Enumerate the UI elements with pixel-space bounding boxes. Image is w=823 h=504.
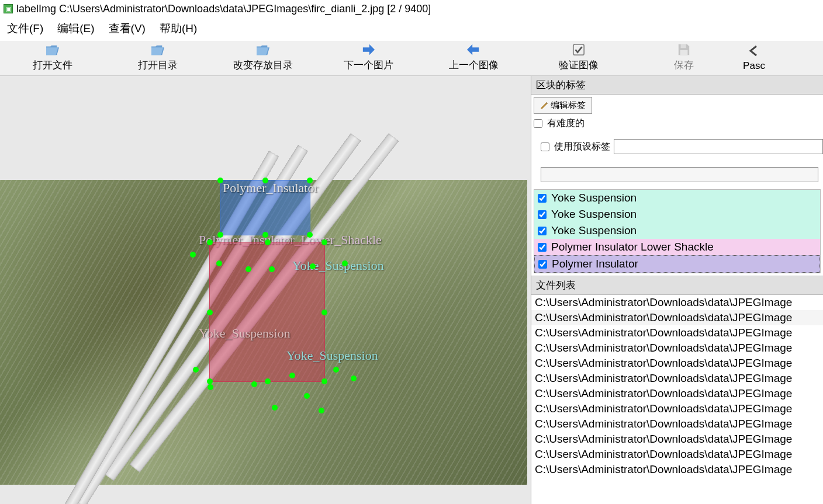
menu-view[interactable]: 查看(V)	[102, 19, 153, 40]
svg-rect-2	[680, 50, 688, 55]
label-row[interactable]: Yoke Suspension	[534, 223, 820, 239]
app-icon: ▣	[4, 4, 13, 13]
toolbar: 打开文件 打开目录 改变存放目录 下一个图片 上一个图像 验证图像 保存 Pas…	[0, 41, 823, 76]
svg-rect-0	[573, 44, 584, 55]
menubar: 文件(F) 编辑(E) 查看(V) 帮助(H)	[0, 18, 823, 41]
bbox-yoke-suspension-2[interactable]: Yoke_Suspension	[193, 255, 345, 287]
preset-label-input[interactable]	[614, 139, 823, 154]
file-row[interactable]: C:\Users\Administrator\Downloads\data\JP…	[531, 462, 823, 477]
verify-image-label: 验证图像	[559, 58, 599, 72]
label-name: Polymer Insulator	[552, 258, 638, 270]
open-dir-label: 打开目录	[138, 58, 178, 72]
bbox-polymer-insulator[interactable]: Polymer_Insulator	[220, 180, 310, 235]
open-dir-button[interactable]: 打开目录	[105, 41, 210, 75]
file-path: C:\Users\Administrator\Downloads\data\JP…	[59, 3, 431, 15]
file-row[interactable]: C:\Users\Administrator\Downloads\data\JP…	[531, 340, 823, 356]
arrow-left-icon	[465, 43, 482, 56]
next-image-button[interactable]: 下一个图片	[316, 41, 421, 75]
prev-image-label: 上一个图像	[449, 58, 499, 72]
folder-icon	[150, 43, 166, 56]
label-row[interactable]: Polymer Insulator	[534, 255, 820, 273]
menu-help[interactable]: 帮助(H)	[153, 19, 204, 40]
label-checkbox[interactable]	[538, 243, 547, 252]
folder-open-icon	[44, 43, 61, 56]
label-name: Yoke Suspension	[551, 192, 637, 204]
file-list[interactable]: C:\Users\Administrator\Downloads\data\JP…	[531, 295, 823, 477]
label-name: Polymer Insulator Lower Shackle	[551, 241, 714, 253]
label-row[interactable]: Yoke Suspension	[534, 190, 820, 206]
difficult-checkbox[interactable]	[534, 119, 542, 128]
label-checkbox[interactable]	[538, 210, 547, 219]
menu-edit[interactable]: 编辑(E)	[50, 19, 101, 40]
file-row[interactable]: C:\Users\Administrator\Downloads\data\JP…	[531, 371, 823, 386]
content-area: Polymer_Insulator Polymer_Insulator_Lowe…	[0, 76, 823, 504]
bbox-label-yoke-2: Yoke_Suspension	[292, 258, 384, 273]
app-name: labelImg	[16, 3, 56, 15]
format-button[interactable]: Pasc	[736, 41, 772, 75]
file-row[interactable]: C:\Users\Administrator\Downloads\data\JP…	[531, 432, 823, 447]
file-row[interactable]: C:\Users\Administrator\Downloads\data\JP…	[531, 325, 823, 340]
edit-label-button[interactable]: 编辑标签	[534, 97, 592, 114]
edit-label-text: 编辑标签	[551, 100, 586, 111]
chevron-left-icon	[746, 44, 762, 58]
open-file-label: 打开文件	[33, 58, 72, 72]
file-row[interactable]: C:\Users\Administrator\Downloads\data\JP…	[531, 416, 823, 432]
difficult-label: 有难度的	[547, 117, 585, 130]
menu-file[interactable]: 文件(F)	[0, 19, 50, 40]
file-row[interactable]: C:\Users\Administrator\Downloads\data\JP…	[531, 310, 823, 325]
use-preset-label: 使用预设标签	[554, 141, 610, 153]
label-row[interactable]: Polymer Insulator Lower Shackle	[534, 239, 820, 255]
file-row[interactable]: C:\Users\Administrator\Downloads\data\JP…	[531, 401, 823, 416]
label-checkbox[interactable]	[538, 194, 547, 203]
next-image-label: 下一个图片	[344, 58, 393, 72]
box-labels-title: 区块的标签	[531, 76, 823, 95]
folder-save-icon	[255, 43, 271, 56]
bbox-label-yoke-1: Yoke_Suspension	[199, 326, 291, 341]
label-row[interactable]: Yoke Suspension	[534, 206, 820, 223]
bbox-label-yoke-3: Yoke_Suspension	[286, 348, 378, 363]
label-name: Yoke Suspension	[551, 208, 637, 221]
save-icon	[676, 43, 692, 56]
save-label: 保存	[674, 58, 694, 72]
arrow-right-icon	[360, 43, 376, 56]
change-save-dir-button[interactable]: 改变存放目录	[210, 41, 316, 75]
image-canvas[interactable]: Polymer_Insulator Polymer_Insulator_Lowe…	[0, 180, 527, 485]
label-name: Yoke Suspension	[551, 224, 637, 237]
titlebar: ▣ labelImg C:\Users\Administrator\Downlo…	[0, 0, 823, 18]
label-combo[interactable]	[541, 167, 818, 182]
file-row[interactable]: C:\Users\Administrator\Downloads\data\JP…	[531, 356, 823, 371]
label-list: Yoke SuspensionYoke SuspensionYoke Suspe…	[534, 189, 821, 273]
change-save-dir-label: 改变存放目录	[233, 58, 293, 72]
label-checkbox[interactable]	[538, 260, 547, 269]
prev-image-button[interactable]: 上一个图像	[421, 41, 526, 75]
bbox-yoke-suspension-3[interactable]: Yoke_Suspension	[187, 343, 362, 413]
file-row[interactable]: C:\Users\Administrator\Downloads\data\JP…	[531, 295, 823, 310]
file-row[interactable]: C:\Users\Administrator\Downloads\data\JP…	[531, 386, 823, 401]
image-viewer[interactable]: Polymer_Insulator Polymer_Insulator_Lowe…	[0, 76, 531, 504]
right-panel: 区块的标签 编辑标签 有难度的 使用预设标签 Yoke SuspensionYo…	[531, 76, 823, 504]
bbox-label-polymer-insulator: Polymer_Insulator	[223, 180, 319, 196]
pencil-icon	[540, 102, 548, 110]
svg-rect-1	[681, 44, 686, 48]
save-button[interactable]: 保存	[631, 41, 736, 75]
verify-image-button[interactable]: 验证图像	[526, 41, 631, 75]
open-file-button[interactable]: 打开文件	[0, 41, 105, 75]
check-icon	[570, 43, 587, 56]
file-list-title: 文件列表	[531, 276, 823, 295]
format-label: Pasc	[743, 60, 765, 72]
use-preset-checkbox[interactable]	[541, 142, 549, 151]
file-row[interactable]: C:\Users\Administrator\Downloads\data\JP…	[531, 447, 823, 462]
file-list-panel: 文件列表 C:\Users\Administrator\Downloads\da…	[531, 276, 823, 504]
label-checkbox[interactable]	[538, 227, 547, 235]
